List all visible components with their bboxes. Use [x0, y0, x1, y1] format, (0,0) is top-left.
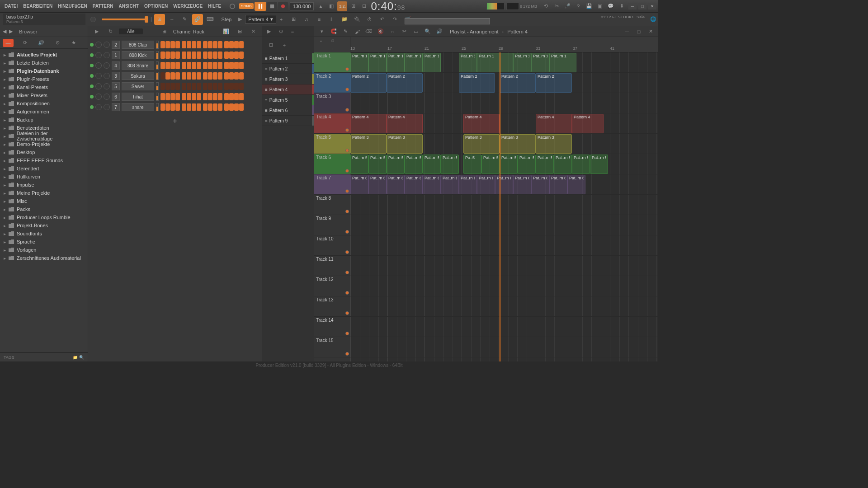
cr-play-icon[interactable]: ▶ — [92, 27, 102, 37]
collapse-all-button[interactable]: — — [3, 39, 14, 47]
pl-play-icon[interactable]: ▶ — [264, 27, 274, 37]
track-header[interactable]: Track 7 — [314, 174, 350, 195]
playlist-clip[interactable]: Pat..rn 1 — [549, 53, 576, 72]
plst-select-icon[interactable]: ▭ — [411, 27, 421, 37]
time-display[interactable]: 0:40:98 — [371, 0, 405, 13]
channel-number[interactable]: 4 — [112, 61, 120, 70]
track-mute-button[interactable] — [345, 230, 349, 234]
step-cell[interactable] — [208, 83, 212, 90]
playlist-clip[interactable]: Pat..rn 1 — [459, 53, 477, 72]
step-cell[interactable] — [170, 52, 175, 59]
playlist-clip[interactable]: Pat..rn 6 — [567, 175, 585, 194]
plugin-icon[interactable]: 🔌 — [352, 14, 363, 25]
step-cell[interactable] — [160, 93, 165, 100]
tree-item[interactable]: ▸Kanal-Presets — [0, 83, 88, 91]
undo-history-icon[interactable]: ⟲ — [541, 1, 551, 11]
pattern-item[interactable]: ≡Pattern 1 — [262, 53, 314, 64]
playlist-clip[interactable]: Pattern 2 — [350, 73, 387, 93]
add-track-icon[interactable]: + — [330, 46, 333, 52]
step-cell[interactable] — [203, 72, 208, 80]
step-cell[interactable] — [197, 83, 201, 90]
step-cell[interactable] — [175, 52, 180, 59]
playlist-clip[interactable]: Pattern 4 — [387, 114, 423, 133]
step-cell[interactable] — [224, 93, 229, 100]
overdub-icon[interactable]: ⊞ — [348, 1, 358, 11]
chat-icon[interactable]: 💬 — [606, 1, 616, 11]
step-cell[interactable] — [213, 62, 217, 69]
minimize-button[interactable]: ─ — [628, 3, 637, 9]
step-cell[interactable] — [239, 52, 244, 59]
step-cell[interactable] — [175, 93, 180, 100]
sort-icon[interactable]: ⊙ — [52, 38, 62, 48]
track-header[interactable]: Track 1 — [314, 52, 350, 73]
draw-icon[interactable]: ✎ — [179, 14, 190, 25]
track-header[interactable]: Track 2 — [314, 73, 350, 93]
pattern-selector[interactable]: Pattern 4▾ — [245, 15, 276, 23]
track-mute-button[interactable] — [345, 108, 349, 112]
channel-name-button[interactable]: snare — [122, 103, 154, 111]
step-cell[interactable] — [175, 41, 180, 48]
step-cell[interactable] — [175, 72, 180, 80]
channel-pan-knob[interactable] — [95, 94, 102, 100]
tree-item[interactable]: ▸Packs — [0, 205, 88, 213]
step-cell[interactable] — [239, 72, 244, 80]
step-cell[interactable] — [170, 62, 175, 69]
tempo-display[interactable]: 130.000 — [290, 2, 314, 10]
step-cell[interactable] — [218, 83, 222, 90]
track-mute-button[interactable] — [345, 189, 349, 193]
step-cell[interactable] — [192, 62, 196, 69]
step-cell[interactable] — [182, 72, 186, 80]
channel-name-button[interactable]: 808 Snare — [122, 61, 154, 70]
playlist-clip[interactable]: Pat..rn 1 — [513, 53, 531, 72]
playlist-clip[interactable]: Pat..rn 6 — [477, 175, 495, 194]
add-channel-button[interactable]: + — [88, 115, 262, 127]
tree-item[interactable]: ▸Backup — [0, 116, 88, 124]
track-mute-button[interactable] — [345, 332, 349, 335]
pattern-item[interactable]: ≡Pattern 3 — [262, 74, 314, 84]
pattern-item[interactable]: ≡Pattern 2 — [262, 64, 314, 74]
plst-brush-icon[interactable]: 🖌 — [352, 27, 362, 37]
step-cell[interactable] — [170, 83, 175, 90]
channel-number[interactable]: 7 — [112, 103, 120, 111]
step-cell[interactable] — [208, 93, 212, 100]
playlist-clip[interactable]: Pat..rn 1 — [477, 53, 513, 72]
track-mute-button[interactable] — [345, 250, 349, 254]
playlist-clip[interactable]: Pat..rn 6 — [513, 175, 531, 194]
channel-pan-knob[interactable] — [95, 104, 102, 110]
playlist-clip[interactable]: Pat..rn 5 — [590, 155, 608, 174]
playlist-clip[interactable]: Pat..rn 5 — [441, 155, 459, 174]
step-cell[interactable] — [208, 41, 212, 48]
tree-item[interactable]: ▸Dateien in der Zwischenablage — [0, 132, 88, 140]
step-cell[interactable] — [229, 52, 234, 59]
track-header[interactable]: Track 4 — [314, 113, 350, 134]
cr-grid-icon[interactable]: ⊞ — [235, 27, 245, 37]
channel-vol-knob[interactable] — [104, 73, 110, 79]
redo-icon[interactable]: ↷ — [390, 14, 401, 25]
pattern-item[interactable]: ≡Pattern 6 — [262, 105, 314, 116]
step-cell[interactable] — [160, 41, 165, 48]
metronome-icon[interactable]: ▲ — [316, 1, 326, 11]
cr-graph-icon[interactable]: 📊 — [221, 27, 231, 37]
channel-led[interactable] — [90, 105, 94, 109]
channel-number[interactable]: 5 — [112, 82, 120, 90]
channel-vol-knob[interactable] — [104, 52, 110, 58]
track-mute-button[interactable] — [345, 128, 349, 132]
channel-led[interactable] — [90, 64, 94, 67]
channel-vol-knob[interactable] — [104, 83, 110, 89]
step-cell[interactable] — [218, 103, 222, 111]
cr-close-icon[interactable]: ✕ — [248, 27, 258, 37]
tree-item[interactable]: ▸Desktop — [0, 148, 88, 156]
step-cell[interactable] — [213, 103, 217, 111]
fav-icon[interactable]: ★ — [69, 38, 79, 48]
step-cell[interactable] — [234, 62, 239, 69]
channel-pan-knob[interactable] — [95, 42, 102, 48]
pattern-item[interactable]: ≡Pattern 9 — [262, 116, 314, 126]
step-cell[interactable] — [187, 41, 191, 48]
step-cell[interactable] — [182, 41, 186, 48]
tree-item[interactable]: ▸Misc — [0, 197, 88, 205]
menu-optionen[interactable]: OPTIONEN — [142, 2, 170, 10]
plst-erase-icon[interactable]: ⌫ — [364, 27, 374, 37]
channel-vol-knob[interactable] — [104, 62, 110, 69]
channel-number[interactable]: 3 — [112, 72, 120, 80]
track-mute-button[interactable] — [345, 149, 349, 152]
